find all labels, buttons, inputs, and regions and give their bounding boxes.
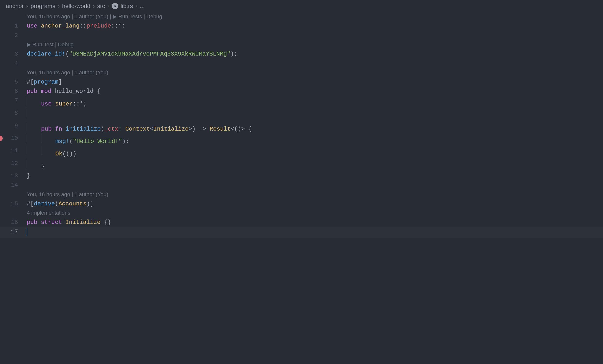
macro: msg! [55, 138, 70, 145]
punct: : [118, 126, 122, 132]
code-line[interactable]: 8 [0, 109, 603, 121]
codelens[interactable]: You, 16 hours ago | 1 author (You) [27, 68, 108, 77]
line-number: 10 [0, 134, 27, 143]
chevron-right-icon: › [107, 1, 109, 11]
punct: ) [230, 51, 234, 57]
glob: * [80, 101, 83, 107]
code-line[interactable]: 6 pub mod hello_world { [0, 87, 603, 96]
breadcrumb-item[interactable]: lib.rs [121, 1, 133, 11]
code-editor[interactable]: You, 16 hours ago | 1 author (You) | ▶ R… [0, 12, 603, 238]
line-number: 16 [0, 218, 27, 227]
punct: < [150, 126, 153, 132]
line-number: 14 [0, 181, 27, 190]
punct: ; [126, 138, 129, 145]
chevron-right-icon: › [136, 1, 138, 11]
breadcrumb-item[interactable]: hello-world [62, 1, 91, 11]
breadcrumb-item[interactable]: src [97, 1, 105, 11]
derive-trait: Accounts [58, 201, 87, 207]
string: "Hello World!" [73, 138, 122, 145]
keyword: fn [55, 126, 62, 132]
line-number: 2 [0, 31, 27, 40]
codelens-row: You, 16 hours ago | 1 author (You) [0, 68, 603, 78]
code-line[interactable]: 14 [0, 181, 603, 190]
chevron-right-icon: › [58, 1, 60, 11]
line-number: 4 [0, 59, 27, 68]
code-line-current[interactable]: 17 [0, 227, 603, 238]
line-number: 8 [0, 109, 27, 118]
brace: { [248, 126, 252, 132]
braces: {} [104, 219, 111, 226]
cursor [27, 228, 27, 236]
glob: * [118, 23, 122, 29]
codelens[interactable]: ▶ Run Test | Debug [27, 40, 74, 49]
punct: > [189, 126, 192, 132]
attr-name: derive [34, 201, 55, 207]
keyword: pub [41, 126, 52, 132]
keyword: pub [27, 219, 37, 226]
code-line[interactable]: 4 [0, 59, 603, 68]
code-line[interactable]: 10 msg!("Hello World!"); [0, 134, 603, 146]
code-line[interactable]: 12 } [0, 159, 603, 171]
punct: ; [83, 101, 87, 107]
codelens-row: ▶ Run Test | Debug [0, 40, 603, 49]
line-number: 5 [0, 78, 27, 87]
param: _ctx [104, 126, 118, 132]
punct: ; [122, 23, 125, 29]
punct: ; [234, 51, 237, 57]
punct: ) [73, 151, 76, 157]
line-number: 9 [0, 121, 27, 131]
brace: } [27, 172, 30, 179]
punct: < [231, 126, 234, 132]
codelens[interactable]: You, 16 hours ago | 1 author (You) [27, 190, 108, 199]
punct: ( [101, 126, 104, 132]
indent-guide [27, 159, 27, 168]
code-line[interactable]: 15 #[derive(Accounts)] [0, 199, 603, 209]
indent-guide [41, 134, 41, 143]
code-line[interactable]: 1 use anchor_lang::prelude::*; [0, 22, 603, 31]
punct: ( [55, 201, 58, 207]
code-line[interactable]: 9 pub fn initialize(_ctx: Context<Initia… [0, 121, 603, 134]
punct: ( [62, 151, 66, 157]
keyword: use [41, 101, 52, 107]
code-line[interactable]: 2 [0, 31, 603, 40]
code-line[interactable]: 13 } [0, 171, 603, 181]
code-line[interactable]: 11 Ok(()) [0, 146, 603, 159]
breadcrumb-item[interactable]: anchor [6, 1, 24, 11]
breadcrumb-item[interactable]: ... [140, 1, 145, 11]
line-number: 12 [0, 159, 27, 168]
module: prelude [87, 23, 111, 29]
breadcrumb-item[interactable]: programs [30, 1, 55, 11]
codelens[interactable]: You, 16 hours ago | 1 author (You) | ▶ R… [27, 12, 162, 21]
code-line[interactable]: 7 use super::*; [0, 96, 603, 109]
unit: () [66, 151, 73, 157]
indent-guide [27, 121, 27, 131]
line-number: 13 [0, 171, 27, 181]
indent-guide [41, 146, 41, 155]
line-number: 6 [0, 87, 27, 96]
module-name: hello_world [55, 88, 93, 94]
chevron-right-icon: › [26, 1, 28, 11]
line-number: 1 [0, 22, 27, 31]
attr-close: ] [90, 201, 93, 207]
punct: ( [65, 51, 69, 57]
line-number: 11 [0, 146, 27, 155]
type-name: Initialize [65, 219, 100, 226]
punct: ) [87, 201, 90, 207]
line-number: 3 [0, 49, 27, 59]
keyword-super: super [55, 101, 73, 107]
brace: { [97, 88, 100, 94]
type: Result [210, 126, 231, 132]
punct: ) [122, 138, 126, 145]
keyword: struct [41, 219, 62, 226]
codelens[interactable]: 4 implementations [27, 209, 70, 217]
attr-name: program [34, 79, 58, 85]
punct: :: [73, 101, 80, 107]
code-line[interactable]: 5 #[program] [0, 78, 603, 87]
brace: } [41, 163, 45, 170]
punct: :: [80, 23, 87, 29]
rust-file-icon: R [112, 3, 118, 9]
code-line[interactable]: 16 pub struct Initialize {} [0, 218, 603, 227]
indent-guide [27, 96, 27, 105]
namespace: anchor_lang [41, 23, 80, 29]
code-line[interactable]: 3 declare_id!("DSMEaDjAMV1oX9MaXAdrvoPMF… [0, 49, 603, 59]
